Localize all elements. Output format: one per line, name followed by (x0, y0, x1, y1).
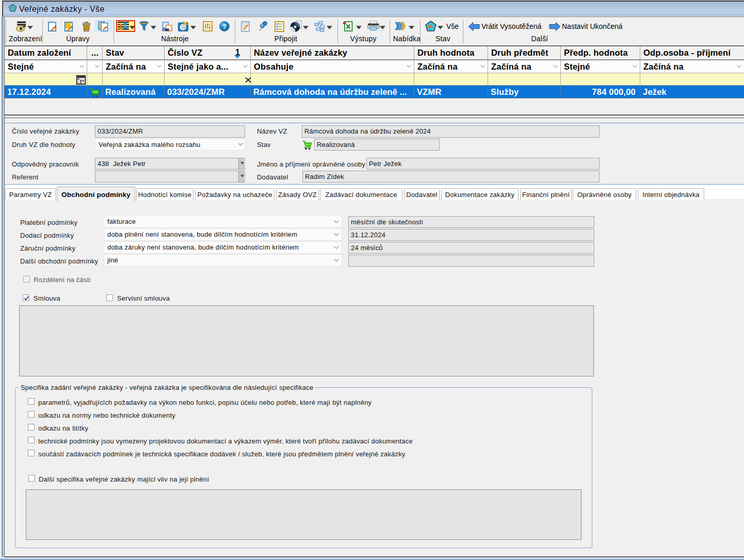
svg-text:?: ? (222, 23, 227, 30)
